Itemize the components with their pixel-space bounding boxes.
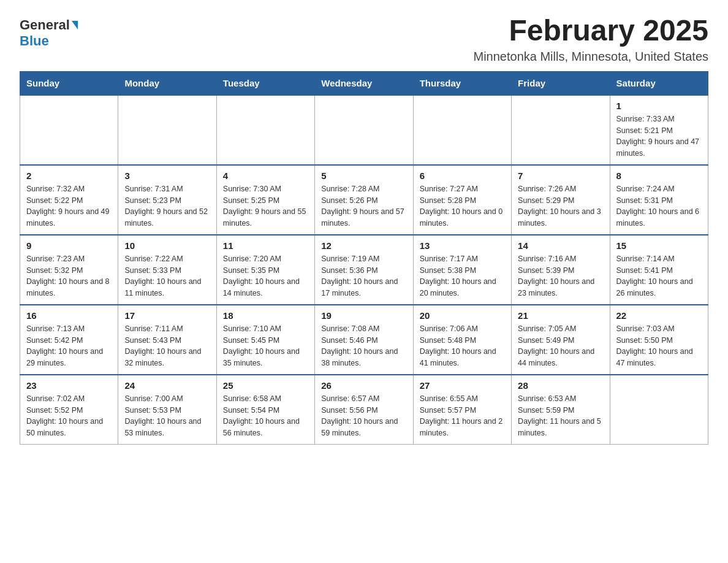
day-info: Sunrise: 7:08 AM Sunset: 5:46 PM Dayligh…: [321, 323, 406, 369]
day-number: 28: [518, 380, 603, 391]
logo-general-text: General: [20, 17, 70, 33]
day-number: 24: [124, 380, 210, 391]
day-number: 16: [26, 310, 112, 321]
day-number: 27: [420, 380, 505, 391]
day-info: Sunrise: 6:57 AM Sunset: 5:56 PM Dayligh…: [321, 393, 406, 439]
day-info: Sunrise: 7:27 AM Sunset: 5:28 PM Dayligh…: [420, 183, 505, 229]
calendar-cell: 4Sunrise: 7:30 AM Sunset: 5:25 PM Daylig…: [216, 165, 314, 235]
day-number: 10: [124, 240, 210, 251]
day-number: 26: [321, 380, 406, 391]
calendar-cell: 20Sunrise: 7:06 AM Sunset: 5:48 PM Dayli…: [413, 305, 511, 375]
calendar-cell: 19Sunrise: 7:08 AM Sunset: 5:46 PM Dayli…: [315, 305, 413, 375]
day-info: Sunrise: 7:13 AM Sunset: 5:42 PM Dayligh…: [26, 323, 112, 369]
day-number: 3: [124, 170, 210, 181]
calendar-cell: [20, 95, 118, 165]
day-number: 13: [420, 240, 505, 251]
logo-triangle-icon: [72, 21, 78, 29]
day-info: Sunrise: 7:28 AM Sunset: 5:26 PM Dayligh…: [321, 183, 406, 229]
logo-blue-text: Blue: [20, 33, 49, 48]
day-info: Sunrise: 6:55 AM Sunset: 5:57 PM Dayligh…: [420, 393, 505, 439]
calendar-cell: 7Sunrise: 7:26 AM Sunset: 5:29 PM Daylig…: [512, 165, 610, 235]
day-number: 2: [26, 170, 112, 181]
day-number: 5: [321, 170, 406, 181]
day-info: Sunrise: 7:20 AM Sunset: 5:35 PM Dayligh…: [223, 253, 308, 299]
header-row: SundayMondayTuesdayWednesdayThursdayFrid…: [20, 71, 708, 95]
day-info: Sunrise: 7:32 AM Sunset: 5:22 PM Dayligh…: [26, 183, 112, 229]
day-info: Sunrise: 7:02 AM Sunset: 5:52 PM Dayligh…: [26, 393, 112, 439]
calendar-cell: [413, 95, 511, 165]
main-title: February 2025: [473, 15, 708, 47]
calendar-week-2: 2Sunrise: 7:32 AM Sunset: 5:22 PM Daylig…: [20, 165, 708, 235]
calendar-cell: 23Sunrise: 7:02 AM Sunset: 5:52 PM Dayli…: [20, 375, 118, 445]
day-number: 8: [616, 170, 702, 181]
header-day-thursday: Thursday: [413, 71, 511, 95]
calendar-week-4: 16Sunrise: 7:13 AM Sunset: 5:42 PM Dayli…: [20, 305, 708, 375]
calendar-week-1: 1Sunrise: 7:33 AM Sunset: 5:21 PM Daylig…: [20, 95, 708, 165]
calendar-cell: 28Sunrise: 6:53 AM Sunset: 5:59 PM Dayli…: [512, 375, 610, 445]
day-number: 17: [124, 310, 210, 321]
header-day-wednesday: Wednesday: [315, 71, 413, 95]
day-number: 19: [321, 310, 406, 321]
subtitle: Minnetonka Mills, Minnesota, United Stat…: [473, 50, 708, 64]
day-info: Sunrise: 6:58 AM Sunset: 5:54 PM Dayligh…: [223, 393, 308, 439]
day-number: 7: [518, 170, 603, 181]
day-number: 14: [518, 240, 603, 251]
day-info: Sunrise: 7:26 AM Sunset: 5:29 PM Dayligh…: [518, 183, 603, 229]
header-day-tuesday: Tuesday: [216, 71, 314, 95]
calendar-cell: 25Sunrise: 6:58 AM Sunset: 5:54 PM Dayli…: [216, 375, 314, 445]
day-number: 6: [420, 170, 505, 181]
calendar-cell: [610, 375, 708, 445]
day-number: 18: [223, 310, 308, 321]
calendar-cell: 13Sunrise: 7:17 AM Sunset: 5:38 PM Dayli…: [413, 235, 511, 305]
calendar-cell: 26Sunrise: 6:57 AM Sunset: 5:56 PM Dayli…: [315, 375, 413, 445]
calendar-cell: [216, 95, 314, 165]
day-info: Sunrise: 7:06 AM Sunset: 5:48 PM Dayligh…: [420, 323, 505, 369]
day-number: 20: [420, 310, 505, 321]
day-info: Sunrise: 7:03 AM Sunset: 5:50 PM Dayligh…: [616, 323, 702, 369]
calendar-cell: 10Sunrise: 7:22 AM Sunset: 5:33 PM Dayli…: [118, 235, 216, 305]
day-info: Sunrise: 7:10 AM Sunset: 5:45 PM Dayligh…: [223, 323, 308, 369]
calendar-cell: 24Sunrise: 7:00 AM Sunset: 5:53 PM Dayli…: [118, 375, 216, 445]
calendar-cell: [512, 95, 610, 165]
calendar-cell: 8Sunrise: 7:24 AM Sunset: 5:31 PM Daylig…: [610, 165, 708, 235]
logo: General Blue: [20, 15, 78, 49]
header-day-monday: Monday: [118, 71, 216, 95]
day-number: 25: [223, 380, 308, 391]
calendar-header: SundayMondayTuesdayWednesdayThursdayFrid…: [20, 71, 708, 95]
day-info: Sunrise: 7:00 AM Sunset: 5:53 PM Dayligh…: [124, 393, 210, 439]
calendar-cell: 14Sunrise: 7:16 AM Sunset: 5:39 PM Dayli…: [512, 235, 610, 305]
day-info: Sunrise: 7:17 AM Sunset: 5:38 PM Dayligh…: [420, 253, 505, 299]
calendar-cell: [315, 95, 413, 165]
calendar-cell: 15Sunrise: 7:14 AM Sunset: 5:41 PM Dayli…: [610, 235, 708, 305]
calendar-table: SundayMondayTuesdayWednesdayThursdayFrid…: [20, 71, 708, 445]
day-info: Sunrise: 7:22 AM Sunset: 5:33 PM Dayligh…: [124, 253, 210, 299]
header-day-friday: Friday: [512, 71, 610, 95]
day-info: Sunrise: 6:53 AM Sunset: 5:59 PM Dayligh…: [518, 393, 603, 439]
day-number: 23: [26, 380, 112, 391]
calendar-cell: 1Sunrise: 7:33 AM Sunset: 5:21 PM Daylig…: [610, 95, 708, 165]
calendar-cell: 6Sunrise: 7:27 AM Sunset: 5:28 PM Daylig…: [413, 165, 511, 235]
day-info: Sunrise: 7:33 AM Sunset: 5:21 PM Dayligh…: [616, 113, 702, 159]
calendar-cell: 16Sunrise: 7:13 AM Sunset: 5:42 PM Dayli…: [20, 305, 118, 375]
day-number: 9: [26, 240, 112, 251]
day-number: 22: [616, 310, 702, 321]
calendar-cell: 21Sunrise: 7:05 AM Sunset: 5:49 PM Dayli…: [512, 305, 610, 375]
calendar-cell: 9Sunrise: 7:23 AM Sunset: 5:32 PM Daylig…: [20, 235, 118, 305]
page-header: General Blue February 2025 Minnetonka Mi…: [20, 15, 708, 64]
calendar-cell: 17Sunrise: 7:11 AM Sunset: 5:43 PM Dayli…: [118, 305, 216, 375]
day-info: Sunrise: 7:24 AM Sunset: 5:31 PM Dayligh…: [616, 183, 702, 229]
day-info: Sunrise: 7:19 AM Sunset: 5:36 PM Dayligh…: [321, 253, 406, 299]
header-day-sunday: Sunday: [20, 71, 118, 95]
day-info: Sunrise: 7:30 AM Sunset: 5:25 PM Dayligh…: [223, 183, 308, 229]
calendar-cell: 27Sunrise: 6:55 AM Sunset: 5:57 PM Dayli…: [413, 375, 511, 445]
header-day-saturday: Saturday: [610, 71, 708, 95]
day-number: 11: [223, 240, 308, 251]
calendar-cell: 2Sunrise: 7:32 AM Sunset: 5:22 PM Daylig…: [20, 165, 118, 235]
calendar-cell: 5Sunrise: 7:28 AM Sunset: 5:26 PM Daylig…: [315, 165, 413, 235]
calendar-cell: 18Sunrise: 7:10 AM Sunset: 5:45 PM Dayli…: [216, 305, 314, 375]
day-info: Sunrise: 7:14 AM Sunset: 5:41 PM Dayligh…: [616, 253, 702, 299]
calendar-cell: 11Sunrise: 7:20 AM Sunset: 5:35 PM Dayli…: [216, 235, 314, 305]
day-number: 1: [616, 101, 702, 111]
day-number: 12: [321, 240, 406, 251]
day-number: 4: [223, 170, 308, 181]
